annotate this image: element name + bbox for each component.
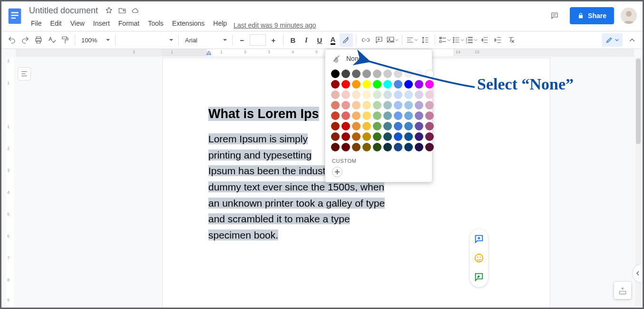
color-swatch[interactable] xyxy=(383,132,392,141)
vertical-ruler[interactable]: 2 1 1 2 3 4 5 6 7 8 9 xyxy=(6,58,14,308)
color-swatch[interactable] xyxy=(342,90,350,99)
color-swatch[interactable] xyxy=(373,143,381,151)
text-color-button[interactable]: A xyxy=(326,33,340,47)
indent-increase-button[interactable] xyxy=(491,33,505,47)
color-swatch[interactable] xyxy=(373,122,381,130)
color-swatch[interactable] xyxy=(415,111,423,120)
editing-mode-button[interactable] xyxy=(602,33,623,47)
color-swatch[interactable] xyxy=(342,111,350,120)
show-outline-button[interactable] xyxy=(18,67,31,80)
suggest-edits-icon[interactable] xyxy=(473,271,485,283)
share-button[interactable]: Share xyxy=(570,7,614,24)
add-emoji-icon[interactable] xyxy=(473,252,485,264)
spellcheck-button[interactable] xyxy=(45,33,59,47)
explore-button[interactable] xyxy=(614,282,631,299)
color-swatch[interactable] xyxy=(404,132,413,141)
color-swatch[interactable] xyxy=(362,143,371,151)
color-swatch[interactable] xyxy=(331,122,340,130)
color-swatch[interactable] xyxy=(394,143,402,151)
color-swatch[interactable] xyxy=(352,111,361,120)
clear-formatting-button[interactable] xyxy=(505,33,518,47)
paint-format-button[interactable] xyxy=(59,33,72,47)
docs-logo[interactable] xyxy=(5,6,24,25)
color-swatch[interactable] xyxy=(362,132,371,141)
color-swatch[interactable] xyxy=(362,111,371,120)
color-swatch[interactable] xyxy=(362,122,371,130)
font-size-input[interactable] xyxy=(250,34,266,46)
color-swatch[interactable] xyxy=(415,122,423,130)
color-swatch[interactable] xyxy=(383,101,392,110)
redo-button[interactable] xyxy=(19,33,32,47)
color-swatch[interactable] xyxy=(404,143,413,151)
color-swatch[interactable] xyxy=(404,111,413,120)
color-swatch[interactable] xyxy=(352,90,361,99)
highlight-color-button[interactable] xyxy=(340,33,353,47)
color-swatch[interactable] xyxy=(331,111,340,120)
color-swatch[interactable] xyxy=(425,111,434,120)
color-swatch[interactable] xyxy=(394,101,402,110)
menu-extensions[interactable]: Extensions xyxy=(168,18,208,29)
color-swatch[interactable] xyxy=(383,111,392,120)
color-swatch[interactable] xyxy=(352,70,361,78)
color-swatch[interactable] xyxy=(383,143,392,151)
color-swatch[interactable] xyxy=(352,101,361,110)
account-avatar[interactable] xyxy=(621,8,637,24)
insert-comment-button[interactable] xyxy=(372,33,386,47)
color-swatch[interactable] xyxy=(404,101,413,110)
add-custom-color-button[interactable] xyxy=(332,167,342,177)
insert-image-button[interactable] xyxy=(386,33,399,47)
color-swatch[interactable] xyxy=(415,143,423,151)
color-swatch[interactable] xyxy=(331,101,340,110)
font-size-decrease[interactable]: − xyxy=(235,33,249,47)
side-panel-toggle[interactable] xyxy=(632,264,643,283)
font-family-select[interactable]: Arial xyxy=(182,34,229,46)
align-button[interactable] xyxy=(405,33,419,47)
zoom-select[interactable]: 100% xyxy=(78,34,112,46)
undo-button[interactable] xyxy=(5,33,19,47)
color-swatch[interactable] xyxy=(383,122,392,130)
color-swatch[interactable] xyxy=(404,122,413,130)
italic-button[interactable]: I xyxy=(300,33,313,47)
menu-tools[interactable]: Tools xyxy=(144,18,167,29)
color-swatch[interactable] xyxy=(342,70,350,78)
color-swatch[interactable] xyxy=(425,143,434,151)
bulleted-list-button[interactable] xyxy=(451,33,465,47)
font-size-increase[interactable]: + xyxy=(267,33,280,47)
indent-decrease-button[interactable] xyxy=(478,33,491,47)
color-swatch[interactable] xyxy=(352,143,361,151)
bold-button[interactable]: B xyxy=(286,33,300,47)
paragraph-style-select[interactable] xyxy=(118,34,176,46)
color-swatch[interactable] xyxy=(331,143,340,151)
print-button[interactable] xyxy=(32,33,45,47)
color-swatch[interactable] xyxy=(373,101,381,110)
menu-edit[interactable]: Edit xyxy=(47,18,66,29)
add-comment-icon[interactable] xyxy=(473,233,485,245)
menu-view[interactable]: View xyxy=(67,18,88,29)
color-swatch[interactable] xyxy=(331,132,340,141)
color-swatch[interactable] xyxy=(394,132,402,141)
collapse-toolbar-button[interactable] xyxy=(625,33,639,47)
color-swatch[interactable] xyxy=(342,132,350,141)
color-swatch[interactable] xyxy=(342,80,350,89)
menu-format[interactable]: Format xyxy=(115,18,143,29)
last-edit-link[interactable]: Last edit was 9 minutes ago xyxy=(234,21,316,31)
menu-file[interactable]: File xyxy=(27,18,46,29)
color-swatch[interactable] xyxy=(342,122,350,130)
document-title[interactable]: Untitled document xyxy=(27,4,100,17)
color-swatch[interactable] xyxy=(425,122,434,130)
cloud-status-icon[interactable] xyxy=(131,6,140,15)
color-swatch[interactable] xyxy=(425,101,434,110)
menu-insert[interactable]: Insert xyxy=(89,18,114,29)
move-icon[interactable] xyxy=(118,6,127,15)
color-swatch[interactable] xyxy=(342,101,350,110)
color-swatch[interactable] xyxy=(362,101,371,110)
underline-button[interactable]: U xyxy=(313,33,326,47)
comment-history-button[interactable] xyxy=(546,7,563,24)
star-icon[interactable] xyxy=(105,6,113,15)
color-swatch[interactable] xyxy=(331,80,340,89)
menu-help[interactable]: Help xyxy=(209,18,231,29)
color-swatch[interactable] xyxy=(352,80,361,89)
insert-link-button[interactable] xyxy=(359,33,372,47)
color-swatch[interactable] xyxy=(415,132,423,141)
color-swatch[interactable] xyxy=(425,132,434,141)
